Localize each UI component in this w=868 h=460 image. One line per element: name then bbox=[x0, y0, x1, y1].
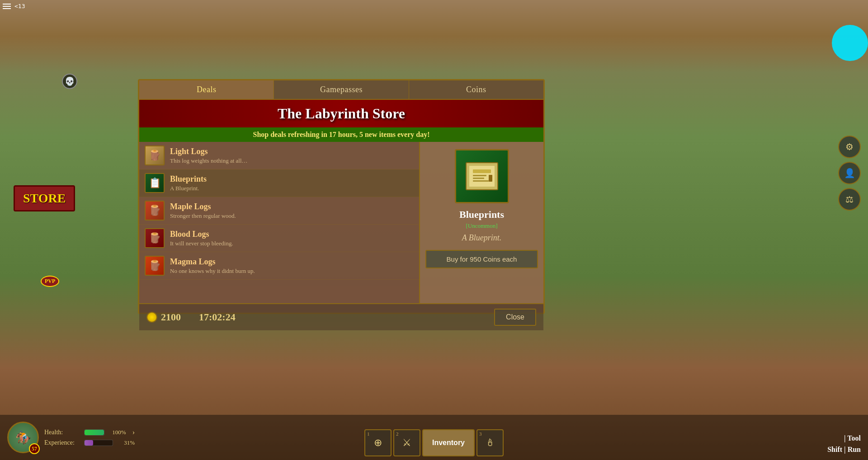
ceiling-area bbox=[0, 0, 868, 72]
map-button[interactable]: ⚖ bbox=[838, 188, 861, 211]
exp-bar-bg bbox=[84, 440, 113, 446]
exp-label: Experience: bbox=[44, 439, 80, 446]
health-bar-bg bbox=[84, 429, 104, 436]
store-title-bar: The Labyrinth Store bbox=[139, 100, 543, 127]
svg-rect-5 bbox=[473, 180, 489, 182]
item-row-blueprints[interactable]: 📋 Blueprints A Blueprint. bbox=[139, 169, 419, 197]
tool-run-indicator: | Tool Shift | Run bbox=[827, 432, 861, 455]
hotbar-slot-1[interactable]: 1 ⊕ bbox=[364, 429, 392, 456]
detail-rarity: [Uncommon] bbox=[466, 222, 497, 230]
items-list: 🪵 Light Logs This log weights nothing at… bbox=[139, 142, 419, 303]
run-indicator: Shift | Run bbox=[827, 444, 861, 455]
light-logs-icon: 🪵 bbox=[145, 146, 165, 165]
light-logs-name: Light Logs bbox=[170, 147, 414, 156]
menu-button[interactable] bbox=[3, 4, 11, 9]
tab-coins[interactable]: Coins bbox=[409, 80, 543, 99]
magma-logs-name: Magma Logs bbox=[170, 257, 414, 267]
store-tabs: Deals Gamepasses Coins bbox=[139, 80, 543, 100]
coins-display: 2100 bbox=[146, 311, 181, 323]
dialog-bottom-bar: 2100 17:02:24 Close bbox=[139, 303, 543, 330]
hotbar-slot-2[interactable]: 2 ⚔ bbox=[393, 429, 420, 456]
settings-button[interactable]: ⚙ bbox=[838, 136, 861, 158]
blood-logs-info: Blood Logs It will never stop bleeding. bbox=[170, 230, 414, 247]
health-pct: 100% bbox=[108, 429, 126, 436]
store-dialog: Deals Gamepasses Coins The Labyrinth Sto… bbox=[138, 79, 545, 314]
inventory-button[interactable]: Inventory bbox=[422, 429, 475, 456]
svg-rect-6 bbox=[489, 175, 492, 182]
magma-logs-desc: No one knows why it didnt burn up. bbox=[170, 268, 414, 275]
blueprints-icon: 📋 bbox=[145, 173, 165, 193]
player-avatar: 🏇 57 bbox=[7, 422, 39, 453]
tool-indicator: | Tool bbox=[827, 432, 861, 444]
slot1-num: 1 bbox=[367, 431, 370, 437]
health-arrow: › bbox=[132, 428, 135, 437]
top-left-hud: <13 bbox=[3, 3, 25, 9]
magma-logs-icon: 🪵 bbox=[145, 256, 165, 276]
blood-logs-icon: 🪵 bbox=[145, 228, 165, 248]
slot2-num: 2 bbox=[396, 431, 399, 437]
coin-icon bbox=[146, 312, 157, 323]
tool-key: | Tool bbox=[844, 434, 861, 442]
right-hud: ⚙ 👤 ⚖ bbox=[838, 136, 861, 211]
blueprints-desc: A Blueprint. bbox=[170, 185, 414, 192]
health-bar-fill bbox=[85, 430, 104, 435]
item-row-maple-logs[interactable]: 🪵 Maple Logs Stronger then regular wood. bbox=[139, 197, 419, 225]
detail-image bbox=[455, 149, 509, 203]
slot3-num: 3 bbox=[479, 431, 482, 437]
maple-logs-info: Maple Logs Stronger then regular wood. bbox=[170, 202, 414, 220]
fps-display: <13 bbox=[14, 3, 25, 9]
svg-rect-2 bbox=[473, 169, 491, 173]
light-logs-info: Light Logs This log weights nothing at a… bbox=[170, 147, 414, 164]
pvp-badge: PVP bbox=[41, 276, 59, 287]
tab-deals[interactable]: Deals bbox=[139, 80, 274, 99]
player-level: 57 bbox=[29, 443, 40, 454]
refresh-banner: Shop deals refreshing in 17 hours, 5 new… bbox=[139, 127, 543, 142]
store-content: 🪵 Light Logs This log weights nothing at… bbox=[139, 142, 543, 303]
health-row: Health: 100% › bbox=[44, 428, 135, 437]
item-row-light-logs[interactable]: 🪵 Light Logs This log weights nothing at… bbox=[139, 142, 419, 169]
timer-display: 17:02:24 bbox=[199, 311, 236, 323]
blood-logs-name: Blood Logs bbox=[170, 230, 414, 239]
svg-rect-3 bbox=[473, 175, 486, 176]
coins-value: 2100 bbox=[161, 311, 181, 323]
detail-description: A Blueprint. bbox=[462, 233, 502, 243]
blueprints-name: Blueprints bbox=[170, 174, 414, 184]
svg-rect-4 bbox=[473, 178, 484, 179]
hotbar-slot-3[interactable]: 3 🕯 bbox=[476, 429, 504, 456]
player-stats: Health: 100% › Experience: 31% bbox=[44, 428, 135, 446]
item-row-blood-logs[interactable]: 🪵 Blood Logs It will never stop bleeding… bbox=[139, 225, 419, 252]
social-button[interactable]: 👤 bbox=[838, 162, 861, 184]
light-logs-desc: This log weights nothing at all… bbox=[170, 157, 414, 164]
close-button[interactable]: Close bbox=[494, 309, 536, 326]
skull-icon: 💀 bbox=[62, 74, 77, 89]
cyan-decoration bbox=[832, 25, 868, 61]
blueprints-info: Blueprints A Blueprint. bbox=[170, 174, 414, 192]
maple-logs-icon: 🪵 bbox=[145, 201, 165, 221]
item-row-magma-logs[interactable]: 🪵 Magma Logs No one knows why it didnt b… bbox=[139, 252, 419, 280]
blueprint-svg-icon bbox=[464, 160, 500, 192]
store-sign: STORE bbox=[14, 185, 75, 211]
magma-logs-info: Magma Logs No one knows why it didnt bur… bbox=[170, 257, 414, 275]
buy-button[interactable]: Buy for 950 Coins each bbox=[425, 250, 538, 268]
exp-bar-fill bbox=[85, 440, 93, 446]
store-title: The Labyrinth Store bbox=[139, 105, 543, 122]
run-key: Shift | Run bbox=[827, 446, 861, 453]
action-bar: 1 ⊕ 2 ⚔ Inventory 3 🕯 bbox=[364, 429, 504, 456]
health-label: Health: bbox=[44, 429, 80, 436]
exp-pct: 31% bbox=[117, 439, 135, 446]
detail-item-name: Blueprints bbox=[459, 209, 504, 221]
tab-gamepasses[interactable]: Gamepasses bbox=[274, 80, 409, 99]
blood-logs-desc: It will never stop bleeding. bbox=[170, 240, 414, 247]
detail-panel: Blueprints [Uncommon] A Blueprint. Buy f… bbox=[419, 142, 543, 303]
exp-row: Experience: 31% bbox=[44, 439, 135, 446]
maple-logs-desc: Stronger then regular wood. bbox=[170, 212, 414, 220]
maple-logs-name: Maple Logs bbox=[170, 202, 414, 211]
